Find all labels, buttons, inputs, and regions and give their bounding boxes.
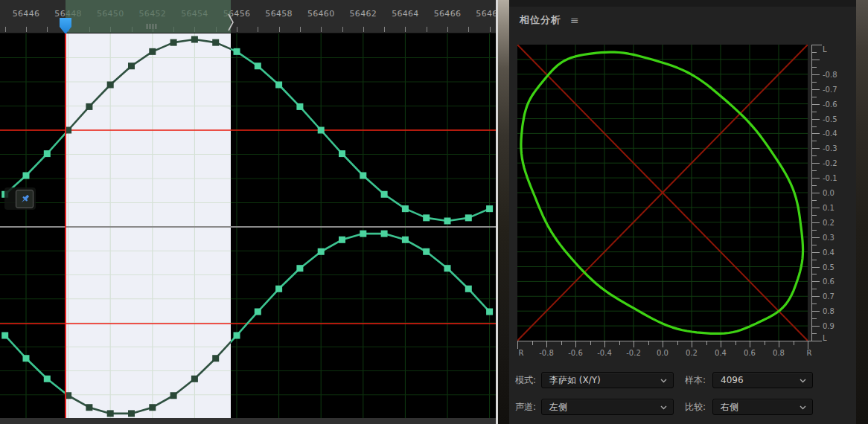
axis-end-label: L xyxy=(823,334,827,342)
controls-row-2: 声道: 左侧 比较: 右侧 xyxy=(509,399,856,415)
ruler-label: 56446 xyxy=(2,9,50,19)
axis-tick xyxy=(812,126,817,127)
axis-tick xyxy=(575,341,576,347)
axis-tick xyxy=(663,341,663,347)
axis-tick xyxy=(812,230,817,231)
mode-select[interactable]: 李萨如 (X/Y) xyxy=(541,372,674,388)
axis-tick-label: -0.4 xyxy=(823,129,837,138)
selection-grip-handle[interactable] xyxy=(147,24,156,30)
axis-tick xyxy=(812,274,817,274)
selection-right-handle[interactable] xyxy=(226,13,235,32)
playhead-line[interactable] xyxy=(65,33,66,418)
axis-tick xyxy=(619,341,620,345)
axis-tick xyxy=(812,170,817,171)
right-channel-axis: R-0.8-0.6-0.4-0.20.00.20.40.60.8R xyxy=(517,341,817,360)
phase-analysis-panel: 相位分析 ≡ L-0.8-0.7-0.6-0.5-0.4-0.3-0.2-0.1… xyxy=(509,0,856,424)
pin-icon xyxy=(19,193,31,205)
waveform-editor-panel: 5644656448564505645256454564565645856460… xyxy=(0,0,497,424)
ruler-tick xyxy=(258,27,258,32)
axis-tick xyxy=(812,245,817,245)
axis-tick-label: 0.6 xyxy=(823,277,835,286)
left-channel-axis: L-0.8-0.7-0.6-0.5-0.4-0.3-0.2-0.10.00.10… xyxy=(811,45,855,341)
compare-value: 右侧 xyxy=(721,402,738,412)
editor-bottom-strip xyxy=(0,418,497,424)
axis-tick-label: 0.2 xyxy=(686,349,698,357)
axis-tick xyxy=(648,341,649,345)
axis-tick xyxy=(765,341,765,345)
axis-tick-label: -0.2 xyxy=(626,349,641,357)
ruler-label: 56464 xyxy=(381,9,429,19)
axis-tick xyxy=(812,200,817,201)
axis-tick-label: 0.9 xyxy=(823,322,835,330)
axis-tick-label: -0.8 xyxy=(823,70,837,78)
audio-editor-workspace: 5644656448564505645256454564565645856460… xyxy=(0,0,868,424)
axis-tick-label: 0.0 xyxy=(657,349,668,357)
axis-tick-label: -0.1 xyxy=(823,174,837,182)
axis-tick xyxy=(812,89,820,90)
axis-tick-label: 0.5 xyxy=(823,263,835,271)
samples-select[interactable]: 4096 xyxy=(712,372,813,388)
compare-select[interactable]: 右侧 xyxy=(712,399,813,415)
axis-tick xyxy=(546,341,547,347)
axis-tick xyxy=(677,341,678,345)
ruler-tick xyxy=(405,27,406,32)
axis-tick xyxy=(812,252,820,253)
ruler-tick xyxy=(384,27,385,32)
axis-tick xyxy=(812,208,820,208)
axis-tick xyxy=(812,133,820,134)
chevron-down-icon xyxy=(800,379,806,383)
axis-tick xyxy=(812,303,817,304)
axis-tick xyxy=(735,341,736,345)
axis-tick xyxy=(692,341,692,347)
pin-button[interactable] xyxy=(16,190,33,208)
axis-tick xyxy=(721,341,721,347)
mode-value: 李萨如 (X/Y) xyxy=(549,375,601,385)
ruler-tick xyxy=(342,27,343,32)
time-selection-region[interactable] xyxy=(66,33,231,418)
axis-tick xyxy=(812,193,820,193)
ruler-label: 56460 xyxy=(297,9,345,19)
ruler-tick xyxy=(490,27,491,32)
axis-tick xyxy=(812,60,820,60)
axis-tick xyxy=(812,267,820,268)
samples-label: 样本: xyxy=(685,372,706,388)
ruler-tick xyxy=(47,27,48,32)
compare-label: 比较: xyxy=(685,399,706,415)
axis-tick xyxy=(812,326,820,327)
axis-tick-label: -0.8 xyxy=(539,349,554,357)
ruler-tick xyxy=(300,27,301,32)
axis-tick xyxy=(812,237,820,238)
channel-select[interactable]: 左侧 xyxy=(541,399,674,415)
ruler-tick xyxy=(26,27,27,32)
waveform-canvas-selected xyxy=(66,33,231,418)
axis-tick xyxy=(812,119,820,120)
panel-menu-icon[interactable]: ≡ xyxy=(570,14,579,26)
axis-end-label: L xyxy=(823,45,827,54)
chevron-down-icon xyxy=(800,405,806,410)
axis-tick-label: -0.3 xyxy=(823,144,837,152)
axis-tick xyxy=(812,333,817,334)
axis-tick-label: 0.6 xyxy=(744,349,756,357)
axis-tick-label: 0.7 xyxy=(823,292,835,301)
axis-tick xyxy=(808,341,808,349)
axis-tick xyxy=(812,52,817,53)
axis-tick-label: -0.2 xyxy=(823,159,837,167)
axis-tick xyxy=(604,341,605,347)
ruler-label: 56462 xyxy=(339,9,387,19)
axis-tick xyxy=(812,155,817,156)
axis-tick xyxy=(794,341,794,345)
axis-tick-label: 0.3 xyxy=(823,233,835,241)
channel-label: 声道: xyxy=(515,399,536,415)
axis-tick xyxy=(812,74,820,75)
mode-label: 模式: xyxy=(515,372,536,388)
axis-tick-label: -0.7 xyxy=(823,85,837,93)
axis-tick xyxy=(812,260,817,260)
waveform-display[interactable] xyxy=(0,33,497,418)
pin-tooltip[interactable] xyxy=(4,187,36,210)
axis-tick xyxy=(812,296,820,297)
ruler-tick xyxy=(427,27,427,32)
timeline-ruler[interactable]: 5644656448564505645256454564565645856460… xyxy=(0,0,497,33)
axis-tick-label: -0.4 xyxy=(597,349,612,357)
ruler-tick xyxy=(321,27,322,32)
axis-tick xyxy=(532,341,533,345)
